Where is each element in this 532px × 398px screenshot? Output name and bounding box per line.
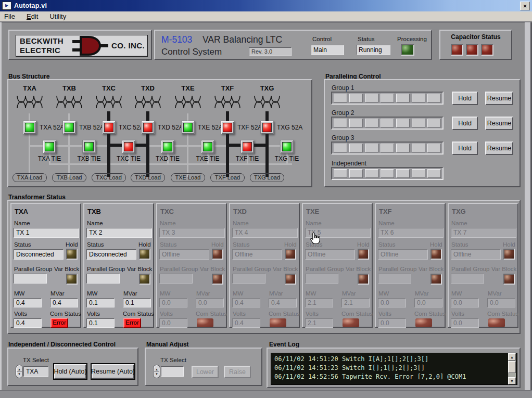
group-member-cell [412,119,425,127]
load-label: TXG Load [250,173,284,182]
mvar-field: 0.0 [414,298,442,307]
capacitor-led-3 [481,44,493,56]
var-block-led [430,274,442,285]
menu-utility[interactable]: Utility [49,12,66,20]
scroll-up-icon[interactable]: ▲ [508,353,516,361]
column-header: TXB [87,208,101,215]
group-member-cell [365,94,378,102]
group-hold-button[interactable]: Hold [452,92,478,105]
transformer-status-column: TXB Name TX 2 Status Hold Disconnected P… [83,203,154,328]
parallel-group-field [159,274,193,284]
name-field[interactable]: TX 3 [159,228,225,238]
scrollbar-thumb[interactable] [508,361,516,373]
menu-edit[interactable]: Edit [27,12,38,20]
independent-control-label: Independent / Disconnected Control [8,341,116,348]
group-resume-button[interactable]: Resume [485,142,513,155]
group-member-cell [396,94,410,102]
capacitor-panel: Capacitor Status [439,30,512,60]
scroll-down-icon[interactable]: ▼ [508,377,516,384]
status-display: Running [356,45,390,55]
var-block-label: Var Block [127,266,152,272]
var-block-led [503,274,515,285]
hold-label: Hold [284,241,297,248]
name-field[interactable]: TX 1 [14,228,79,238]
hold-auto-button[interactable]: Hold (Auto) [54,364,86,379]
com-status-label: Com Status [269,311,300,317]
title-bar[interactable]: ▶ Autotap.vi ✕ [0,0,532,11]
volts-label: Volts [378,311,391,317]
mvar-field: 0.4 [50,298,78,307]
manual-tx-select-value[interactable] [161,366,184,377]
status-label: Status [306,241,323,248]
resume-auto-button[interactable]: Resume (Auto) [92,364,134,379]
group-member-cell [381,119,394,127]
name-label: Name [14,220,30,226]
transformer-coil-icon [252,93,282,111]
mw-field: 0.0 [159,298,187,307]
var-block-label: Var Block [346,266,371,272]
tie-label: TXG TIE [263,155,310,162]
mw-label: MW [306,290,316,297]
parallel-group-field [14,274,47,284]
com-status-label: Com Status [487,311,518,317]
group-member-cell [396,144,410,152]
menu-file[interactable]: File [4,12,15,20]
group-member-cell [349,119,363,127]
app-window: ▶ Autotap.vi ✕ FileEditUtility BECKWITH … [0,0,532,398]
group-member-cell [349,94,363,102]
event-log-scrollbar[interactable]: ▲ ▼ [508,353,516,384]
name-field[interactable]: TX 6 [378,228,444,238]
name-field[interactable]: TX 7 [451,228,516,238]
event-log[interactable]: 06/11/02 14:51:20 Switch I[A];1[];2[];3[… [271,353,517,385]
gate-logo-icon [72,35,110,56]
volts-label: Volts [451,311,464,317]
name-field[interactable]: TX 4 [232,228,298,238]
com-status-led [197,318,213,327]
group-member-cell [334,169,347,178]
parallel-group-label: Parallel Group [233,266,271,272]
name-field[interactable]: TX 5 [305,228,371,238]
name-label: Name [160,220,176,226]
volts-field: 0.4 [14,318,42,328]
name-field[interactable]: TX 2 [86,228,152,238]
var-block-label: Var Block [419,266,444,272]
logo-suffix: CO. INC. [111,41,145,50]
com-status-led [488,318,505,327]
com-status-label: Com Status [196,311,227,317]
var-block-label: Var Block [273,266,298,272]
var-block-led [358,274,369,285]
lower-button[interactable]: Lower [192,366,219,378]
group-member-cell [412,94,425,102]
tie-led[interactable] [280,140,294,153]
com-status-error-badge: Error [123,318,141,328]
logo-panel: BECKWITH ELECTRIC CO. INC. [8,30,152,60]
control-display: Main [311,45,344,55]
product-line2: Control System [161,47,222,57]
group-member-cell [427,169,441,178]
status-label: Status [160,241,177,248]
tx-select-value[interactable]: TXA [23,366,48,377]
status-field: Disconnected [14,249,64,260]
processing-led [401,44,414,56]
group-hold-button[interactable]: Hold [452,142,478,155]
tx-select-spinner[interactable]: ▲▼ [16,365,23,378]
volts-label: Volts [306,311,319,317]
group-hold-button[interactable]: Hold [452,117,478,130]
com-status-label: Com Status [414,311,446,317]
breaker-52a-label: TXG 52A [277,124,302,131]
mvar-field: 0.0 [487,298,515,307]
close-icon[interactable]: ✕ [520,2,530,10]
mvar-label: MVar [342,290,356,297]
column-header: TXF [379,208,392,215]
group-resume-button[interactable]: Resume [485,92,513,105]
breaker-52a-led[interactable] [260,121,274,134]
mvar-label: MVar [415,290,429,297]
volts-field: 0.0 [159,318,187,328]
raise-button[interactable]: Raise [224,366,251,378]
group-member-cell [365,144,378,152]
var-block-led [212,274,223,285]
manual-tx-select-spinner[interactable]: ▲▼ [153,365,160,378]
group-resume-button[interactable]: Resume [485,117,513,130]
group-member-cell [427,94,441,102]
group-member-tray [331,92,444,105]
